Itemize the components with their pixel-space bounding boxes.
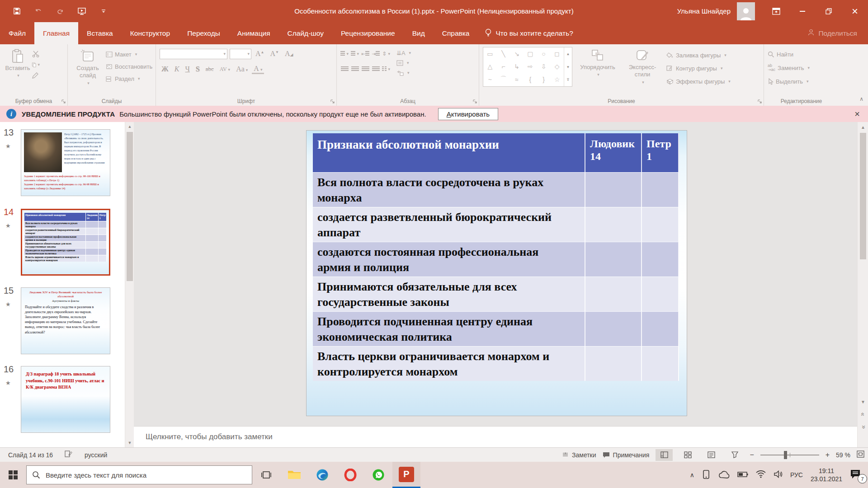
table-cell[interactable] [585,207,642,242]
shape-icon[interactable]: △ [487,63,492,70]
shape-icon[interactable]: ○ [542,50,545,57]
arrange-button[interactable]: Упорядочить [577,47,618,87]
paste-button[interactable]: Вставить [4,47,32,80]
format-painter-icon[interactable] [32,71,40,80]
language-indicator[interactable]: русский [85,451,107,459]
battery-icon[interactable] [737,471,748,479]
shape-icon[interactable]: { [529,76,531,83]
previous-slide-icon[interactable]: « [858,409,868,419]
shapes-scroll-down-icon[interactable] [564,61,572,74]
copy-icon[interactable] [32,61,40,69]
convert-smartart-icon[interactable] [396,69,411,77]
increase-indent-icon[interactable]: ⇥ [372,50,380,58]
table-cell[interactable]: создается разветвленный бюрократический … [313,207,585,242]
shape-icon[interactable]: ~ [488,76,492,83]
main-scrollbar[interactable]: ▲ ▼ « « [857,122,868,447]
shape-icon[interactable]: ↘ [514,50,519,57]
share-button[interactable]: Поделиться [808,22,857,44]
table-cell[interactable] [642,172,679,207]
slide-canvas[interactable]: Признаки абсолютной монархии Людовик 14 … [306,130,687,416]
shape-fill-button[interactable]: Заливка фигуры [666,50,731,61]
slide-thumbnail-16[interactable]: Д/З параграф 18 учить школьный учебник, … [21,366,110,433]
line-spacing-icon[interactable]: ⇕ [382,50,390,58]
shape-icon[interactable]: ⇨ [528,63,533,70]
decrease-font-icon[interactable]: А▼ [268,50,280,58]
shape-icon[interactable]: ≈ [515,76,519,83]
tab-insert[interactable]: Вставка [78,22,122,44]
scrollbar-thumb[interactable] [127,132,133,281]
align-text-icon[interactable] [396,59,411,67]
powerpoint-taskbar-icon[interactable] [392,462,420,488]
accessibility-checker-icon[interactable] [65,450,73,459]
fit-slide-to-window-icon[interactable] [857,450,864,459]
increase-font-icon[interactable]: А▲ [254,50,266,58]
task-view-button[interactable] [252,462,280,488]
scroll-up-icon[interactable]: ▲ [858,122,868,132]
slide-table[interactable]: Признаки абсолютной монархии Людовик 14 … [313,133,679,381]
clock[interactable]: 19:11 23.01.2021 [811,467,842,483]
volume-icon[interactable] [774,470,783,479]
wifi-icon[interactable] [756,470,766,479]
scroll-down-icon[interactable]: ▼ [858,397,868,407]
italic-button[interactable]: К [173,65,181,73]
tell-me-box[interactable]: Что вы хотите сделать? [485,22,573,44]
opera-browser-icon[interactable] [336,462,364,488]
tab-transitions[interactable]: Переходы [179,22,229,44]
scrollbar-thumb[interactable] [860,133,866,259]
tab-animations[interactable]: Анимация [229,22,279,44]
zoom-out-button[interactable] [750,451,754,459]
shape-icon[interactable]: ⌐ [501,63,505,70]
shape-icon[interactable]: ⇩ [541,63,547,70]
shape-icon[interactable]: ⌒ [500,75,506,84]
table-header-cell[interactable]: Петр 1 [642,133,679,172]
table-cell[interactable]: Власть церкви ограничивается монархом и … [313,346,585,381]
slideshow-view-button[interactable] [726,449,743,461]
minimize-button[interactable] [789,0,816,22]
activate-button[interactable]: Активировать [438,108,499,120]
action-center-icon[interactable]: 7 [850,469,863,481]
table-cell[interactable] [642,242,679,277]
tab-view[interactable]: Вид [404,22,434,44]
reset-slide-button[interactable]: Восстановить [106,61,152,72]
align-right-icon[interactable] [361,65,369,73]
shapes-scroll-up-icon[interactable] [564,47,572,61]
select-button[interactable]: Выделить [768,76,836,87]
table-cell[interactable]: Принимаются обязательные для всех госуда… [313,277,585,311]
file-explorer-icon[interactable] [280,462,308,488]
character-spacing-button[interactable]: AV [218,66,232,73]
shape-icon[interactable]: ◻ [554,50,560,57]
decrease-indent-icon[interactable]: ⇤ [361,50,369,58]
table-cell[interactable] [585,172,642,207]
table-header-cell[interactable]: Признаки абсолютной монархии [313,133,585,172]
hidden-icons-chevron-icon[interactable] [690,471,694,479]
shape-effects-button[interactable]: Эффекты фигуры [666,76,731,87]
justify-icon[interactable] [372,65,380,73]
table-cell[interactable]: создаются постоянная профессиональная ар… [313,242,585,277]
zoom-in-button[interactable] [826,451,830,459]
tab-help[interactable]: Справка [434,22,478,44]
language-indicator[interactable]: РУС [790,471,803,479]
slide-thumbnail-14[interactable]: Признаки абсолютной монархии Людовик 14 … [21,209,110,276]
shape-icon[interactable]: ▭ [487,50,493,57]
font-color-button[interactable]: А [252,65,264,74]
notes-placeholder[interactable]: Щелкните, чтобы добавить заметки [146,432,273,441]
shapes-more-icon[interactable] [564,73,572,86]
next-slide-icon[interactable]: « [858,422,868,432]
whatsapp-icon[interactable] [364,462,392,488]
zoom-level[interactable]: 59 % [836,451,850,459]
edge-browser-icon[interactable] [308,462,336,488]
font-name-combo[interactable] [160,49,227,59]
table-cell[interactable] [585,242,642,277]
tab-design[interactable]: Конструктор [122,22,179,44]
table-cell[interactable] [642,346,679,381]
tab-slideshow[interactable]: Слайд-шоу [279,22,332,44]
bullets-icon[interactable] [340,50,349,58]
find-button[interactable]: Найти [768,49,836,60]
slide-thumbnail-15[interactable]: Людовик XIV и Петр Великий: чья власть б… [21,287,110,354]
table-cell[interactable]: Проводится подчиненная центру единая эко… [313,311,585,346]
text-direction-icon[interactable]: ⇊А [396,49,411,57]
clear-formatting-icon[interactable]: А◢ [283,50,295,58]
zoom-slider[interactable] [760,455,819,455]
scroll-down-icon[interactable]: ▼ [125,438,134,447]
account-name[interactable]: Ульяна Шнайдер [677,7,731,15]
